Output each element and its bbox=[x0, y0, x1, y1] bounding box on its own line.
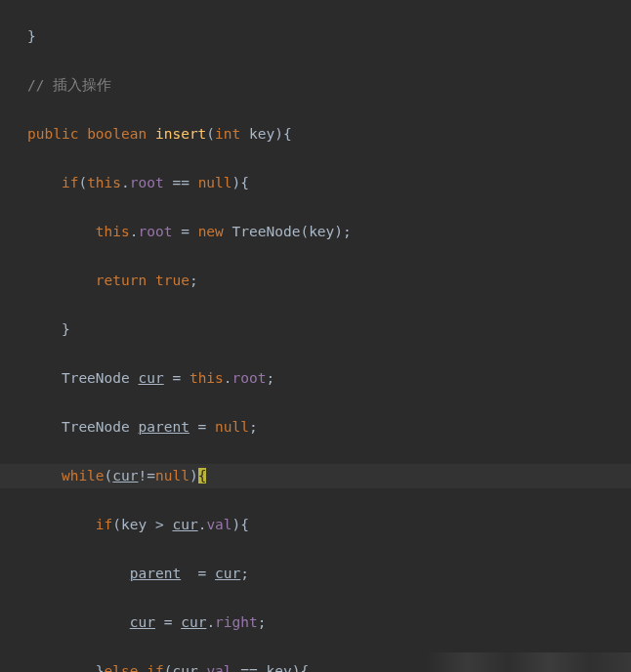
op-gt: > bbox=[147, 517, 172, 532]
code-line: if(this.root == null){ bbox=[27, 171, 631, 195]
kw-return: return bbox=[96, 273, 147, 288]
var-cur: cur bbox=[139, 370, 164, 386]
op-eq: = bbox=[164, 370, 189, 386]
rparen-brace: ){ bbox=[274, 126, 291, 142]
semi: ; bbox=[266, 370, 274, 386]
lparen: ( bbox=[105, 468, 113, 483]
code-line: // 插入操作 bbox=[27, 73, 631, 98]
kw-this: this bbox=[87, 175, 121, 190]
code-line: parent = cur; bbox=[27, 562, 631, 586]
rparen-brace: ){ bbox=[232, 175, 249, 190]
field-root: root bbox=[232, 370, 267, 386]
var-key: key bbox=[309, 224, 334, 239]
kw-if: if bbox=[62, 175, 78, 190]
var-cur: cur bbox=[172, 517, 197, 532]
watermark-smudge bbox=[426, 652, 631, 672]
lparen: ( bbox=[112, 517, 121, 532]
field-root: root bbox=[130, 175, 164, 190]
var-key: key bbox=[121, 517, 147, 532]
kw-new: new bbox=[198, 224, 224, 239]
code-line: } bbox=[27, 317, 631, 342]
var-parent: parent bbox=[130, 566, 181, 581]
var-cur: cur bbox=[172, 663, 197, 672]
semi: ; bbox=[249, 419, 258, 435]
op-ne: != bbox=[139, 468, 155, 483]
param-key: key bbox=[249, 126, 274, 142]
field-root: root bbox=[139, 224, 173, 239]
code-line: } bbox=[27, 24, 631, 49]
code-editor[interactable]: } // 插入操作 public boolean insert(int key)… bbox=[0, 0, 631, 672]
field-val: val bbox=[206, 663, 231, 672]
rparen-brace: ){ bbox=[232, 517, 249, 532]
dot: . bbox=[206, 614, 215, 630]
comment: // 插入操作 bbox=[27, 77, 111, 93]
rparen-semi: ); bbox=[334, 224, 351, 239]
rparen-brace: ){ bbox=[292, 663, 309, 672]
var-cur: cur bbox=[181, 614, 206, 630]
type-treenode: TreeNode bbox=[232, 224, 301, 239]
code-line: this.root = new TreeNode(key); bbox=[27, 220, 631, 244]
var-cur: cur bbox=[215, 566, 240, 581]
var-cur: cur bbox=[112, 468, 138, 483]
field-right: right bbox=[215, 614, 258, 630]
op-eqeq: == bbox=[164, 175, 198, 190]
code-line: public boolean insert(int key){ bbox=[27, 122, 631, 147]
kw-null: null bbox=[155, 468, 189, 483]
kw-int: int bbox=[215, 126, 240, 142]
brace: } bbox=[27, 28, 36, 44]
code-line: TreeNode cur = this.root; bbox=[27, 366, 631, 391]
type-treenode: TreeNode bbox=[62, 370, 130, 386]
semi: ; bbox=[258, 614, 267, 630]
kw-if: if bbox=[96, 517, 112, 532]
method-name: insert bbox=[155, 126, 206, 142]
type-treenode: TreeNode bbox=[62, 419, 130, 435]
code-line: if(key > cur.val){ bbox=[27, 513, 631, 537]
var-key: key bbox=[267, 663, 292, 672]
lparen: ( bbox=[206, 126, 215, 142]
kw-null: null bbox=[198, 175, 232, 190]
kw-while: while bbox=[62, 468, 105, 483]
code-line: TreeNode parent = null; bbox=[27, 415, 631, 440]
rbrace: } bbox=[96, 663, 105, 672]
semi: ; bbox=[240, 566, 249, 581]
op-eqeq: == bbox=[232, 663, 267, 672]
kw-if: if bbox=[147, 663, 163, 672]
op-eq: = bbox=[189, 419, 215, 435]
kw-this: this bbox=[189, 370, 224, 386]
op-eq: = bbox=[181, 566, 215, 581]
op-eq: = bbox=[172, 224, 197, 239]
code-line: cur = cur.right; bbox=[27, 610, 631, 635]
code-line: return true; bbox=[27, 269, 631, 293]
field-val: val bbox=[206, 517, 231, 532]
rbrace: } bbox=[62, 321, 70, 337]
dot: . bbox=[130, 224, 139, 239]
kw-null: null bbox=[215, 419, 249, 435]
rparen: ) bbox=[189, 468, 198, 483]
semi: ; bbox=[189, 273, 198, 288]
op-eq: = bbox=[155, 614, 181, 630]
kw-public: public bbox=[27, 126, 78, 142]
kw-this: this bbox=[96, 224, 130, 239]
kw-else: else bbox=[105, 663, 139, 672]
var-cur: cur bbox=[130, 614, 155, 630]
code-line-highlight: while(cur!=null){ bbox=[0, 464, 631, 488]
dot: . bbox=[224, 370, 232, 386]
kw-true: true bbox=[155, 273, 189, 288]
kw-boolean: boolean bbox=[87, 126, 147, 142]
lparen: ( bbox=[78, 175, 87, 190]
lparen: ( bbox=[300, 224, 309, 239]
matched-brace: { bbox=[198, 468, 207, 483]
var-parent: parent bbox=[139, 419, 189, 435]
dot: . bbox=[121, 175, 130, 190]
